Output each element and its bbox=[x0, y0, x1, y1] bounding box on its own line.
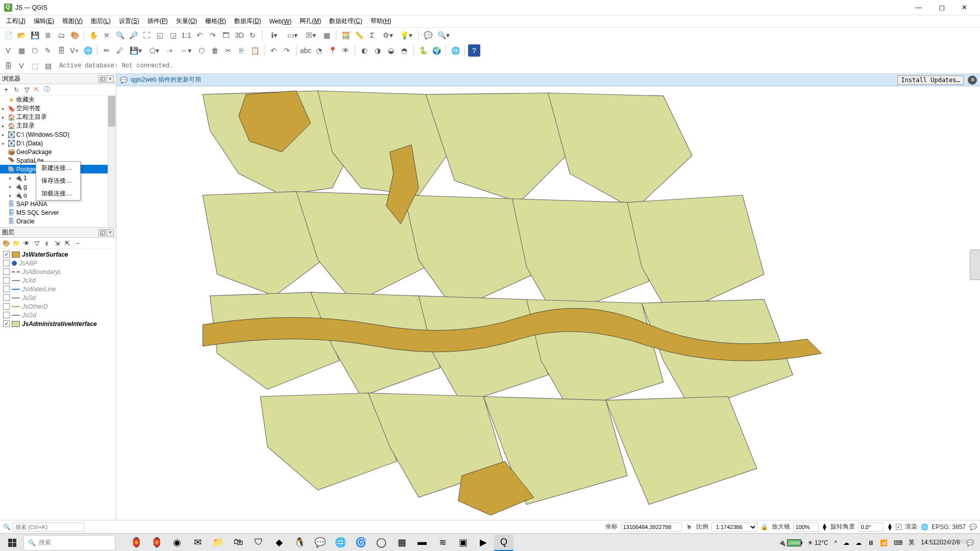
extents-icon[interactable]: 🖱 bbox=[685, 523, 693, 531]
close-button[interactable]: ✕ bbox=[953, 1, 976, 15]
add-mesh-button[interactable]: ⬡ bbox=[29, 44, 41, 57]
delete-selected-button[interactable]: 🗑 bbox=[209, 44, 221, 57]
app-f-icon[interactable]: ▶ bbox=[474, 535, 493, 551]
browser-item[interactable]: ▸🔖空间书签 bbox=[0, 104, 116, 113]
menu-D[interactable]: 数据库(D) bbox=[230, 16, 265, 27]
layer-expand-icon[interactable]: ⇲ bbox=[53, 239, 61, 247]
menu-M[interactable]: 网孔(M) bbox=[296, 16, 325, 27]
app-edge-icon[interactable]: 🌐 bbox=[331, 535, 350, 551]
filter-browser-icon[interactable]: ▽ bbox=[22, 86, 31, 94]
layer-item[interactable]: JsABP bbox=[1, 259, 115, 267]
app-store-icon[interactable]: 🛍 bbox=[229, 535, 248, 551]
browser-item[interactable]: 🗄SAP HANA bbox=[0, 199, 116, 208]
layer-item[interactable]: ✓JsAdministrativeInterface bbox=[1, 319, 115, 328]
panel-float-button[interactable]: ◱ bbox=[99, 229, 106, 236]
menu-J[interactable]: 工程(J) bbox=[2, 16, 30, 27]
browser-item[interactable]: 📦GeoPackage bbox=[0, 147, 116, 156]
menu-W[interactable]: Web(W) bbox=[265, 17, 296, 26]
start-button[interactable] bbox=[2, 535, 22, 551]
app-qq-icon[interactable]: 🐧 bbox=[290, 535, 309, 551]
minimize-button[interactable]: — bbox=[907, 1, 930, 15]
browser-item[interactable]: ▸💽C:\ (Windows-SSD) bbox=[0, 130, 116, 139]
browser-item[interactable]: ▸💽D:\ (Data) bbox=[0, 139, 116, 147]
app-vscode-icon[interactable]: ≋ bbox=[433, 535, 452, 551]
menu-O[interactable]: 矢量(O) bbox=[172, 16, 201, 27]
menu-H[interactable]: 帮助(H) bbox=[366, 16, 396, 27]
browser-item[interactable]: ▸🏠主目录 bbox=[0, 121, 116, 130]
refresh-browser-icon[interactable]: ↻ bbox=[12, 86, 20, 94]
properties-icon[interactable]: ⓘ bbox=[43, 86, 51, 94]
open-attribute-table-button[interactable]: ▦ bbox=[321, 29, 333, 41]
magnifier-down-button[interactable]: ▼ bbox=[822, 527, 828, 531]
app-b-icon[interactable]: ◆ bbox=[270, 535, 289, 551]
measure-button[interactable]: 📏 bbox=[353, 29, 365, 41]
app-qgis-taskbar-icon[interactable]: Q bbox=[494, 535, 513, 551]
render-checkbox[interactable]: ✓ bbox=[896, 524, 902, 530]
layout-manager-button[interactable]: 🗂 bbox=[55, 29, 67, 41]
rotation-input[interactable] bbox=[858, 522, 884, 532]
browser-scrollbar[interactable] bbox=[108, 95, 116, 227]
layer-checkbox[interactable] bbox=[3, 277, 10, 284]
install-updates-button[interactable]: Install Updates… bbox=[897, 76, 964, 85]
add-feature-button[interactable]: ·+ bbox=[164, 44, 176, 57]
open-project-button[interactable]: 📂 bbox=[15, 29, 28, 41]
plugin-b-button[interactable]: ◑ bbox=[372, 44, 384, 57]
add-layer-icon[interactable]: + bbox=[2, 86, 10, 94]
qgis2web-button[interactable]: 🌐 bbox=[449, 44, 461, 57]
save-project-button[interactable]: 💾 bbox=[29, 29, 41, 41]
menu-L[interactable]: 图层(L) bbox=[87, 16, 115, 27]
python-console-button[interactable]: 🐍 bbox=[417, 44, 429, 57]
tray-wifi-icon[interactable]: 📶 bbox=[878, 535, 890, 551]
app-mail-icon[interactable]: ✉ bbox=[188, 535, 207, 551]
pan-button[interactable]: ✋ bbox=[87, 29, 100, 41]
messages-icon[interactable]: 💬 bbox=[969, 523, 977, 531]
layer-item[interactable]: JsOtherD bbox=[1, 302, 115, 311]
diagram-button[interactable]: ◔ bbox=[313, 44, 325, 57]
taskbar-search[interactable]: 🔍 搜索 bbox=[23, 535, 115, 550]
toolbox-button[interactable]: ⚙▾ bbox=[379, 29, 397, 41]
layer-item[interactable]: JsABoundaryL bbox=[1, 267, 115, 276]
layer-item[interactable]: JsXd bbox=[1, 276, 115, 285]
new-project-button[interactable]: 📄 bbox=[2, 29, 14, 41]
hide-label-button[interactable]: 👁 bbox=[339, 44, 352, 57]
new-print-layout-button[interactable]: 🗎 bbox=[42, 29, 54, 41]
menu-R[interactable]: 栅格(R) bbox=[201, 16, 230, 27]
db-queries-button[interactable]: ⬚ bbox=[29, 60, 41, 72]
node-tool-button[interactable]: ⬡ bbox=[195, 44, 208, 57]
side-panel-tab[interactable] bbox=[970, 249, 980, 280]
plugin-a-button[interactable]: ◐ bbox=[358, 44, 371, 57]
layer-checkbox[interactable] bbox=[3, 286, 10, 292]
panel-close-button[interactable]: × bbox=[107, 229, 114, 236]
scale-select[interactable]: 1:1742386 bbox=[712, 522, 757, 532]
add-raster-button[interactable]: ▦ bbox=[15, 44, 28, 57]
pan-selection-button[interactable]: ⤧ bbox=[101, 29, 113, 41]
panel-close-button[interactable]: × bbox=[107, 76, 114, 83]
layers-list[interactable]: ✓JsWaterSurfaceJsABPJsABoundaryLJsXdJsWa… bbox=[0, 249, 116, 520]
zoom-last-button[interactable]: ↶ bbox=[193, 29, 206, 41]
help-about-button[interactable]: ? bbox=[468, 44, 480, 57]
select-features-button[interactable]: ▭▾ bbox=[284, 29, 301, 41]
tray-cloud2-icon[interactable]: ☁ bbox=[853, 535, 864, 551]
panel-float-button[interactable]: ◱ bbox=[99, 76, 106, 83]
zoom-next-button[interactable]: ↷ bbox=[207, 29, 219, 41]
menu-P[interactable]: 插件(P) bbox=[143, 16, 172, 27]
save-edits-button[interactable]: 💾▾ bbox=[127, 44, 144, 57]
app-explorer-icon[interactable]: 📁 bbox=[208, 535, 228, 551]
deselect-button[interactable]: ☒▾ bbox=[302, 29, 320, 41]
browser-item[interactable]: ▸🏠工程主目录 bbox=[0, 113, 116, 121]
add-spatialite-button[interactable]: 🗄 bbox=[55, 44, 67, 57]
undo-button[interactable]: ↶ bbox=[267, 44, 280, 57]
pin-label-button[interactable]: 📍 bbox=[326, 44, 338, 57]
layer-checkbox[interactable] bbox=[3, 312, 10, 318]
plugin-c-button[interactable]: ◒ bbox=[385, 44, 397, 57]
context-menu-item[interactable]: 新建连接… bbox=[36, 162, 80, 174]
map-canvas[interactable] bbox=[116, 86, 980, 520]
zoom-in-button[interactable]: 🔍 bbox=[114, 29, 126, 41]
app-edge2-icon[interactable]: 🌀 bbox=[351, 535, 371, 551]
stats-button[interactable]: Σ bbox=[366, 29, 378, 41]
app-steam-icon[interactable]: ◉ bbox=[167, 535, 187, 551]
label-tool-button[interactable]: abc bbox=[300, 44, 312, 57]
app-terminal-icon[interactable]: ▣ bbox=[453, 535, 473, 551]
weather-tray[interactable]: ☀12°C bbox=[805, 535, 830, 551]
search-button[interactable]: 🔍▾ bbox=[435, 29, 452, 41]
